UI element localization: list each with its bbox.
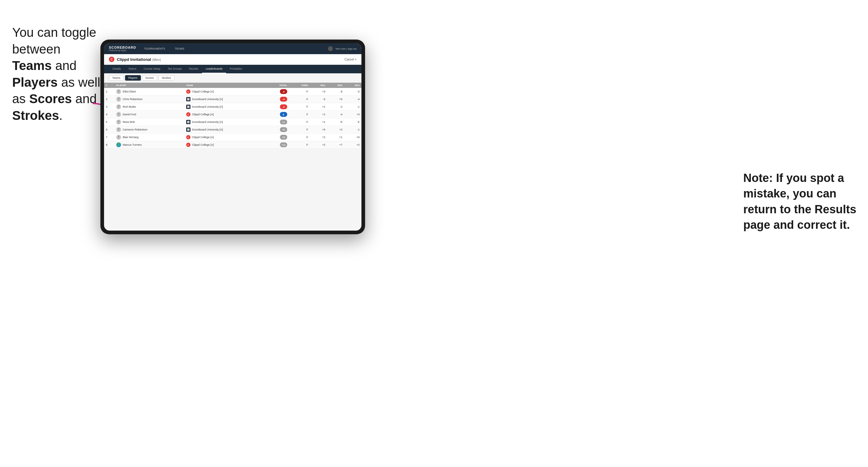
cell-team: CClippd College [A] [184, 133, 266, 141]
leaderboard-table: # PLAYER TEAM TOTAL THRU RD1 RD2 RD3 1El… [104, 83, 362, 149]
tab-teams[interactable]: Teams [125, 65, 140, 73]
cell-player: David Ford [114, 111, 184, 118]
team-logo-sq [186, 97, 190, 101]
team-name: Clippd College [A] [192, 90, 214, 93]
cell-rd1: +2 [310, 141, 327, 149]
score-badge: +9 [280, 135, 287, 139]
col-rd1: RD1 [310, 83, 327, 88]
tournament-name: Clippd Invitational (Men) [117, 57, 161, 62]
cell-total: -8 [266, 88, 289, 96]
player-avatar [116, 97, 121, 102]
tab-course-setup[interactable]: Course Setup [140, 65, 164, 73]
team-logo-sq [186, 127, 190, 132]
cell-thru: F [289, 103, 310, 111]
cell-thru: F [289, 88, 310, 96]
scoreboard-logo: SCOREBOARD Powered by clippd [109, 46, 136, 52]
score-badge: +11 [280, 143, 287, 147]
cell-rd1: +3 [310, 88, 327, 96]
table-row: 8Marcus TurnersCClippd College [A]+11F+2… [104, 141, 362, 149]
player-avatar [116, 143, 121, 147]
cell-thru: F [289, 126, 310, 133]
logo-title: SCOREBOARD [109, 46, 136, 49]
team-name: Scoreboard University [A] [192, 121, 223, 124]
right-annotation: Note: If you spot a mistake, you can ret… [743, 170, 859, 233]
col-player: PLAYER [114, 83, 184, 88]
cell-rd3: -1 [344, 103, 362, 111]
cell-rd2: +7 [327, 141, 344, 149]
cell-team: CClippd College [A] [184, 88, 266, 96]
cell-rd3: E [344, 118, 362, 126]
player-avatar [116, 89, 121, 94]
toggle-players[interactable]: Players [125, 75, 141, 81]
cell-player: Chris Robertson [114, 96, 184, 103]
cell-total: -4 [266, 96, 289, 103]
player-name: Blair McHarg [123, 136, 138, 139]
app-header-right: Test User | Sign out [328, 46, 356, 51]
nav-teams[interactable]: TEAMS [173, 47, 186, 50]
tournament-logo: C [109, 57, 114, 62]
table-row: 6Cameron RobertsonScoreboard University … [104, 126, 362, 133]
cell-rd1: +2 [310, 133, 327, 141]
team-logo-c: C [186, 89, 190, 94]
tab-tee-groups[interactable]: Tee Groups [164, 65, 186, 73]
sub-tabs-bar: Details Teams Course Setup Tee Groups Re… [104, 65, 362, 73]
cell-total: +9 [266, 133, 289, 141]
player-name: Marcus Turners [123, 143, 142, 146]
svg-point-7 [118, 136, 120, 137]
nav-tournaments[interactable]: TOURNAMENTS [142, 47, 167, 50]
score-badge: E [280, 112, 287, 117]
team-name: Clippd College [A] [192, 136, 214, 139]
cell-team: CClippd College [A] [184, 111, 266, 118]
svg-point-4 [118, 113, 120, 115]
cell-player: Rich Butler [114, 103, 184, 111]
toggle-scores[interactable]: Scores [142, 75, 157, 81]
score-badge: -8 [280, 89, 287, 94]
cell-rd2: -4 [327, 111, 344, 118]
cancel-button[interactable]: Cancel × [344, 58, 356, 61]
team-name: Scoreboard University [A] [192, 98, 223, 101]
col-thru: THRU [289, 83, 310, 88]
tab-leaderboards[interactable]: Leaderboards [202, 65, 226, 73]
player-name: Rees Britt [123, 121, 135, 124]
table-row: 7Blair McHargCClippd College [A]+9F+2+1+… [104, 133, 362, 141]
player-avatar [116, 127, 121, 132]
team-name: Scoreboard University [A] [192, 128, 223, 131]
toggle-strokes[interactable]: Strokes [158, 75, 175, 81]
cell-team: Scoreboard University [A] [184, 126, 266, 133]
col-team: TEAM [184, 83, 266, 88]
toggle-teams[interactable]: Teams [109, 75, 124, 81]
sign-out-link[interactable]: Sign out [348, 48, 356, 50]
team-logo-c: C [186, 112, 190, 117]
cell-thru: F [289, 111, 310, 118]
cell-rank: 4 [104, 111, 114, 118]
team-name: Scoreboard University [A] [192, 105, 223, 108]
cell-player: Elliot Ebert [114, 88, 184, 96]
col-total: TOTAL [266, 83, 289, 88]
tab-printables[interactable]: Printables [226, 65, 246, 73]
team-name: Clippd College [A] [192, 143, 214, 146]
svg-point-6 [118, 128, 120, 130]
score-badge: +1 [280, 120, 287, 124]
cell-rank: 8 [104, 141, 114, 149]
cell-rd1: -5 [310, 96, 327, 103]
cell-rd3: -4 [344, 96, 362, 103]
tab-details[interactable]: Details [109, 65, 125, 73]
cell-player: Blair McHarg [114, 133, 184, 141]
player-name: Elliot Ebert [123, 90, 136, 93]
score-badge: +6 [280, 127, 287, 132]
cell-rd3: -1 [344, 126, 362, 133]
player-avatar [116, 120, 121, 124]
cell-rd3: +3 [344, 111, 362, 118]
left-annotation: You can toggle between Teams and Players… [12, 24, 100, 124]
cell-rd2: +5 [327, 96, 344, 103]
svg-point-2 [118, 98, 120, 99]
col-rd2: RD2 [327, 83, 344, 88]
app-header-left: SCOREBOARD Powered by clippd TOURNAMENTS… [109, 46, 186, 52]
cell-player: Cameron Robertson [114, 126, 184, 133]
svg-point-3 [118, 105, 120, 107]
toggle-bar: Teams Players Scores Strokes [104, 73, 362, 83]
tab-results[interactable]: Results [186, 65, 202, 73]
cell-team: Scoreboard University [A] [184, 103, 266, 111]
cell-team: Scoreboard University [A] [184, 118, 266, 126]
player-name: Cameron Robertson [123, 128, 147, 131]
